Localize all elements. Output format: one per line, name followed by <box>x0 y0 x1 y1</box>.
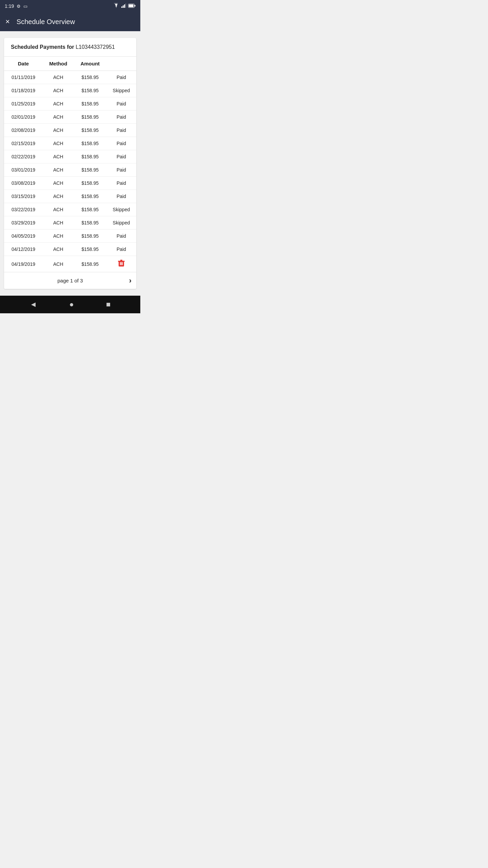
svg-rect-5 <box>129 4 134 7</box>
col-amount: Amount <box>74 57 106 71</box>
row-method: ACH <box>43 256 74 272</box>
svg-rect-1 <box>123 5 124 8</box>
row-status: Paid <box>106 150 136 163</box>
row-status: Paid <box>106 97 136 111</box>
col-date: Date <box>4 57 43 71</box>
row-date: 03/22/2019 <box>4 203 43 216</box>
row-status: Paid <box>106 243 136 256</box>
status-time: 1:19 <box>5 3 14 9</box>
table-row: 03/01/2019ACH$158.95Paid <box>4 163 136 177</box>
main-content: Scheduled Payments for L103443372951 Dat… <box>0 31 140 296</box>
card-header: Scheduled Payments for L103443372951 <box>4 38 136 57</box>
app-bar: × Schedule Overview <box>0 12 140 31</box>
row-amount: $158.95 <box>74 111 106 124</box>
row-method: ACH <box>43 163 74 177</box>
row-method: ACH <box>43 111 74 124</box>
row-date: 02/15/2019 <box>4 137 43 150</box>
table-row: 01/11/2019ACH$158.95Paid <box>4 71 136 84</box>
svg-rect-6 <box>135 5 136 7</box>
back-button[interactable]: ◄ <box>30 300 37 309</box>
next-page-button[interactable]: › <box>129 276 131 285</box>
row-method: ACH <box>43 203 74 216</box>
row-status[interactable] <box>106 256 136 272</box>
table-row: 03/29/2019ACH$158.95Skipped <box>4 216 136 230</box>
row-method: ACH <box>43 97 74 111</box>
row-date: 03/29/2019 <box>4 216 43 230</box>
row-date: 02/08/2019 <box>4 124 43 137</box>
row-amount: $158.95 <box>74 216 106 230</box>
row-amount: $158.95 <box>74 124 106 137</box>
svg-rect-9 <box>120 260 122 261</box>
row-method: ACH <box>43 84 74 97</box>
row-method: ACH <box>43 230 74 243</box>
row-status: Paid <box>106 137 136 150</box>
pagination-text: page 1 of 3 <box>8 278 132 283</box>
row-date: 03/01/2019 <box>4 163 43 177</box>
schedule-table: Date Method Amount 01/11/2019ACH$158.95P… <box>4 57 136 272</box>
signal-icon <box>121 3 126 9</box>
row-method: ACH <box>43 150 74 163</box>
row-status: Skipped <box>106 84 136 97</box>
status-bar: 1:19 ⚙ ▭ <box>0 0 140 12</box>
row-method: ACH <box>43 216 74 230</box>
row-date: 04/12/2019 <box>4 243 43 256</box>
table-row: 04/12/2019ACH$158.95Paid <box>4 243 136 256</box>
sim-icon: ▭ <box>23 4 27 9</box>
close-button[interactable]: × <box>5 17 10 26</box>
row-method: ACH <box>43 124 74 137</box>
row-status: Paid <box>106 71 136 84</box>
row-method: ACH <box>43 71 74 84</box>
col-status <box>106 57 136 71</box>
status-bar-left: 1:19 ⚙ ▭ <box>5 3 27 9</box>
settings-icon: ⚙ <box>17 4 21 9</box>
table-row: 03/22/2019ACH$158.95Skipped <box>4 203 136 216</box>
schedule-card: Scheduled Payments for L103443372951 Dat… <box>4 38 136 289</box>
row-date: 04/19/2019 <box>4 256 43 272</box>
home-button[interactable]: ● <box>69 300 74 309</box>
row-status: Paid <box>106 177 136 190</box>
wifi-icon <box>113 3 119 9</box>
svg-rect-0 <box>121 6 122 8</box>
row-status: Skipped <box>106 216 136 230</box>
table-row: 01/18/2019ACH$158.95Skipped <box>4 84 136 97</box>
card-header-account: L103443372951 <box>74 44 115 50</box>
bottom-nav: ◄ ● ■ <box>0 296 140 313</box>
table-row: 02/22/2019ACH$158.95Paid <box>4 150 136 163</box>
row-amount: $158.95 <box>74 256 106 272</box>
row-amount: $158.95 <box>74 190 106 203</box>
row-date: 03/15/2019 <box>4 190 43 203</box>
svg-rect-12 <box>122 262 123 265</box>
table-row: 04/05/2019ACH$158.95Paid <box>4 230 136 243</box>
table-row: 03/08/2019ACH$158.95Paid <box>4 177 136 190</box>
svg-rect-3 <box>125 3 126 8</box>
delete-icon[interactable] <box>118 263 125 268</box>
table-row: 02/15/2019ACH$158.95Paid <box>4 137 136 150</box>
svg-rect-11 <box>121 262 122 265</box>
card-header-bold: Scheduled Payments for <box>11 44 74 50</box>
svg-rect-2 <box>124 4 125 8</box>
row-amount: $158.95 <box>74 71 106 84</box>
row-amount: $158.95 <box>74 150 106 163</box>
recents-button[interactable]: ■ <box>106 300 110 309</box>
row-status: Paid <box>106 190 136 203</box>
row-date: 02/22/2019 <box>4 150 43 163</box>
row-date: 01/18/2019 <box>4 84 43 97</box>
row-amount: $158.95 <box>74 84 106 97</box>
row-status: Paid <box>106 163 136 177</box>
row-method: ACH <box>43 137 74 150</box>
row-amount: $158.95 <box>74 137 106 150</box>
pagination: page 1 of 3 › <box>4 272 136 289</box>
row-amount: $158.95 <box>74 177 106 190</box>
table-row: 02/01/2019ACH$158.95Paid <box>4 111 136 124</box>
table-row: 04/19/2019ACH$158.95 <box>4 256 136 272</box>
row-date: 01/25/2019 <box>4 97 43 111</box>
battery-icon <box>128 3 136 9</box>
row-method: ACH <box>43 243 74 256</box>
table-row: 01/25/2019ACH$158.95Paid <box>4 97 136 111</box>
row-status: Paid <box>106 111 136 124</box>
row-status: Paid <box>106 230 136 243</box>
col-method: Method <box>43 57 74 71</box>
row-method: ACH <box>43 190 74 203</box>
row-date: 02/01/2019 <box>4 111 43 124</box>
page-title: Schedule Overview <box>17 18 75 26</box>
